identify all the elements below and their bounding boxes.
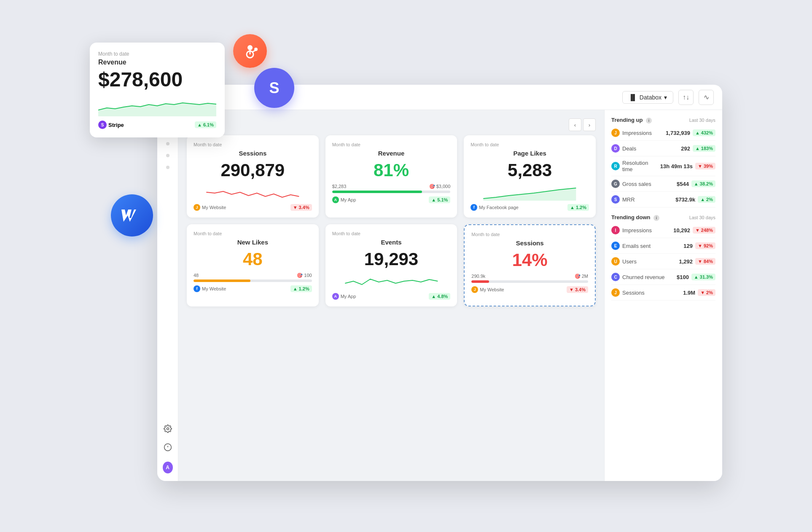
sessions-down-name: Sessions — [622, 290, 680, 296]
databox-bar-icon: ▐▌ — [629, 94, 637, 101]
svg-point-1 — [247, 45, 253, 50]
emails-icon: E — [611, 242, 620, 250]
page-likes-badge: ▲ 1.2% — [567, 204, 589, 211]
events-source: A My App — [332, 293, 356, 300]
churned-value: $100 — [677, 274, 689, 280]
sidebar-avatar[interactable]: A — [163, 462, 173, 473]
svg-point-6 — [167, 428, 169, 430]
svg-marker-8 — [484, 188, 576, 201]
churned-icon: C — [611, 273, 620, 281]
trending-up-resolution: R Resolution time 13h 49m 13s ▼ 39% — [611, 156, 715, 176]
emails-name: Emails sent — [622, 243, 681, 249]
trending-down-sessions: J Sessions 1.9M ▼ 2% — [611, 285, 715, 301]
trending-down-title: Trending down i — [611, 214, 659, 221]
events-source-icon: A — [332, 293, 339, 300]
resolution-icon: R — [611, 162, 620, 170]
deals-value: 292 — [681, 145, 690, 152]
resolution-name: Resolution time — [622, 160, 658, 172]
trending-up-deals: D Deals 292 ▲ 183% — [611, 141, 715, 156]
floating-revenue-card: Month to date Revenue $278,600 S Stripe … — [90, 43, 225, 137]
top-bar: ▐▌ Databox ▾ ↑↓ ∿ — [157, 85, 722, 110]
sessions-pct-value: 14% — [471, 250, 588, 270]
next-arrow[interactable]: › — [583, 118, 596, 131]
page-likes-sparkline — [471, 184, 589, 201]
pulse-icon-button[interactable]: ∿ — [699, 90, 714, 105]
mrr-name: MRR — [622, 196, 673, 203]
new-likes-card: Month to date New Likes 48 48 🎯 100 — [187, 224, 319, 306]
stripe-app-icon[interactable]: S — [254, 68, 294, 108]
trending-down-impressions: I Impressions 10,292 ▼ 248% — [611, 223, 715, 238]
page-likes-card: Month to date Page Likes 5,283 f — [464, 135, 596, 218]
sessions-badge: ▼ 3.4% — [290, 204, 312, 211]
impressions-up-name: Impressions — [622, 130, 663, 136]
trending-up-mrr: S MRR $732.9k ▲ 2% — [611, 192, 715, 207]
sessions-down-icon: J — [611, 288, 620, 297]
revenue-pct-badge: ▲ 5.1% — [429, 196, 450, 203]
impressions-down-badge: ▼ 248% — [693, 227, 715, 234]
trending-up-section: Trending up i Last 30 days — [611, 117, 715, 124]
revenue-pct-card: Month to date Revenue 81% $2,283 🎯 $3,00… — [325, 135, 457, 218]
impressions-up-icon: J — [611, 129, 620, 137]
right-panel: Trending up i Last 30 days J Impressions… — [604, 110, 722, 481]
sessions-pct-progress-goal: 🎯 2M — [575, 274, 588, 279]
sidebar-settings-icon[interactable] — [163, 424, 173, 434]
deals-name: Deals — [622, 145, 678, 152]
sidebar-gear-icon[interactable] — [163, 442, 173, 452]
impressions-up-badge: ▲ 432% — [693, 129, 715, 136]
sidebar: A — [157, 110, 178, 481]
sidebar-dot-3 — [166, 142, 169, 145]
new-likes-footer: f My Website ▲ 1.2% — [194, 285, 312, 292]
new-likes-progress: 48 🎯 100 — [194, 273, 312, 282]
revenue-pct-value: 81% — [332, 160, 451, 180]
page-likes-title: Page Likes — [471, 150, 589, 157]
trending-up-info-icon: i — [646, 118, 652, 124]
new-likes-progress-goal: 🎯 100 — [297, 273, 312, 278]
sessions-pct-progress-value: 290.9k — [471, 274, 485, 279]
hubspot-icon[interactable] — [233, 34, 267, 68]
trending-up-period: Last 30 days — [689, 118, 715, 123]
sidebar-dot-5 — [166, 166, 169, 169]
nav-arrows: ‹ › — [187, 118, 596, 131]
revenue-card-value: $278,600 — [98, 68, 216, 91]
page-likes-value: 5,283 — [471, 160, 589, 180]
databox-button[interactable]: ▐▌ Databox ▾ — [622, 91, 673, 104]
gross-sales-name: Gross sales — [622, 181, 674, 187]
sessions-down-badge: ▼ 2% — [698, 289, 715, 296]
revenue-pct-period: Month to date — [332, 142, 451, 147]
events-card: Month to date Events 19,293 A My App — [325, 224, 457, 306]
mrr-value: $732.9k — [675, 196, 695, 203]
sessions-down-value: 1.9M — [683, 290, 695, 296]
trending-down-churned: C Churned revenue $100 ▲ 31.3% — [611, 269, 715, 285]
events-period: Month to date — [332, 231, 451, 236]
users-value: 1,292 — [679, 258, 693, 265]
sessions-pct-source: J My Website — [471, 286, 504, 293]
gross-sales-icon: G — [611, 180, 620, 188]
page-likes-footer: f My Facebook page ▲ 1.2% — [471, 204, 589, 211]
new-likes-source-icon: f — [194, 285, 200, 292]
events-sparkline — [332, 273, 451, 290]
dashboard-card: ▐▌ Databox ▾ ↑↓ ∿ — [157, 85, 722, 481]
sessions-pct-badge: ▼ 3.4% — [567, 286, 588, 293]
revenue-sparkline — [98, 95, 216, 116]
new-likes-progress-fill — [194, 279, 250, 282]
emails-value: 129 — [683, 243, 693, 249]
users-icon: U — [611, 257, 620, 266]
new-likes-title: New Likes — [194, 239, 312, 246]
databox-chevron-icon: ▾ — [664, 94, 667, 101]
trending-down-emails: E Emails sent 129 ▼ 92% — [611, 238, 715, 254]
emails-badge: ▼ 92% — [695, 242, 715, 249]
sessions-title: Sessions — [194, 150, 312, 157]
trending-up-impressions: J Impressions 1,732,939 ▲ 432% — [611, 125, 715, 141]
sessions-pct-footer: J My Website ▼ 3.4% — [471, 286, 588, 293]
users-badge: ▼ 84% — [695, 258, 715, 265]
impressions-down-value: 10,292 — [673, 227, 690, 234]
sessions-pct-source-icon: J — [471, 286, 478, 293]
sort-icon-button[interactable]: ↑↓ — [678, 90, 694, 105]
mrr-icon: S — [611, 195, 620, 204]
events-value: 19,293 — [332, 249, 451, 269]
impressions-down-icon: I — [611, 226, 620, 234]
webflow-icon[interactable] — [111, 194, 153, 236]
sessions-footer: J My Website ▼ 3.4% — [194, 204, 312, 211]
trending-down-users: U Users 1,292 ▼ 84% — [611, 254, 715, 269]
prev-arrow[interactable]: ‹ — [569, 118, 581, 131]
